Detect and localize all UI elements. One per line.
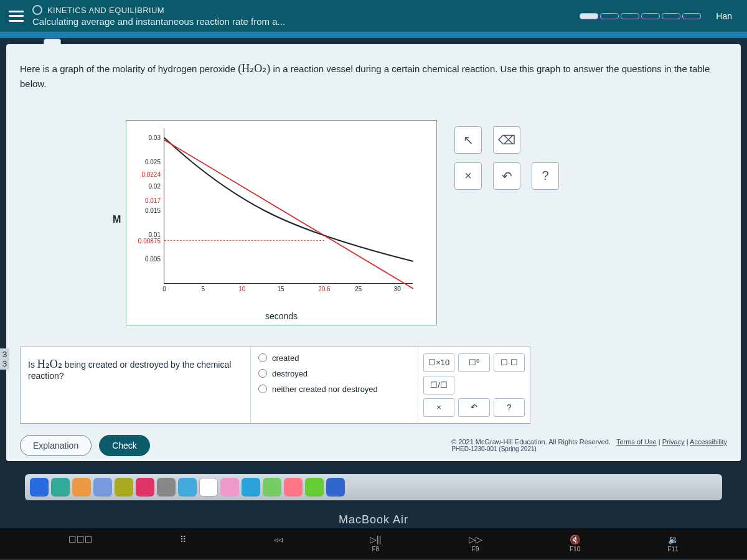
option-destroyed[interactable]: destroyed (258, 369, 410, 378)
math-keypad: ☐×10 ☐⁰ ☐·☐ ☐/☐ × ↶ ? (418, 347, 530, 423)
fn-key-mute[interactable]: 🔇F10 (570, 534, 580, 553)
x-tick: 0 (162, 283, 166, 292)
content-panel: Here is a graph of the molarity of hydro… (6, 44, 741, 461)
app-header: KINETICS AND EQUILIBRIUM Calculating ave… (0, 0, 747, 32)
chart-curves (164, 128, 413, 284)
dock-app-icon[interactable] (178, 478, 197, 497)
dock-app-icon[interactable] (93, 478, 112, 497)
y-axis-label: M (113, 214, 121, 225)
dock-app-icon[interactable] (326, 478, 345, 497)
playpause-icon: ▷|| (370, 534, 381, 544)
x-tick: 20.6 (318, 283, 330, 292)
radio-neither[interactable] (258, 385, 267, 393)
prompt-text: Here is a graph of the molarity of hydro… (20, 60, 727, 91)
close-icon: × (464, 169, 472, 183)
rewind-icon: ◃◃ (274, 534, 283, 544)
link-accessibility[interactable]: Accessibility (690, 438, 727, 446)
option-created[interactable]: created (258, 353, 410, 363)
y-tick: 0.015 (145, 207, 164, 213)
svg-line-0 (164, 140, 413, 289)
x-tick: 30 (394, 283, 401, 292)
formula-h2o2: (H₂O₂) (238, 62, 270, 75)
dock-app-icon[interactable] (72, 478, 91, 497)
pointer-icon: ↖ (463, 133, 474, 147)
link-privacy[interactable]: Privacy (662, 438, 685, 446)
fn-key-forward[interactable]: ▷▷F9 (469, 534, 482, 553)
check-button[interactable]: Check (99, 435, 150, 456)
concentration-graph[interactable]: M seconds 0.005 0.00875 0.01 0.015 0.017… (126, 120, 437, 325)
fn-key-spotlight[interactable]: ⠿ (180, 534, 186, 553)
launchpad-icon: ⠿ (180, 534, 186, 544)
graph-toolbar: ↖ ⌫ × ↶ ? (454, 120, 559, 190)
key-fraction[interactable]: ☐/☐ (423, 376, 454, 394)
y-tick: 0.017 (145, 197, 164, 204)
question-card: Is H₂O₂ being created or destroyed by th… (20, 347, 530, 424)
y-tick: 0.00875 (138, 237, 164, 244)
undo-icon: ↶ (502, 169, 512, 184)
fn-key-rewind[interactable]: ◃◃ (274, 534, 283, 553)
mission-control-icon: ☐☐☐ (68, 534, 93, 544)
explanation-button[interactable]: Explanation (20, 435, 92, 456)
dock-app-icon[interactable] (199, 478, 218, 497)
key-dot[interactable]: ☐·☐ (494, 353, 525, 372)
x-tick: 5 (201, 283, 205, 292)
dock-app-icon[interactable] (136, 478, 154, 497)
progress-segments (580, 13, 701, 19)
y-tick: 0.005 (145, 255, 164, 262)
x-axis-label: seconds (265, 311, 298, 321)
dock-app-icon[interactable] (157, 478, 176, 497)
erase-tool-button[interactable]: ⌫ (493, 126, 520, 154)
laptop-model-label: MacBook Air (0, 513, 747, 526)
section-name: KINETICS AND EQUILIBRIUM (32, 5, 571, 15)
x-tick: 10 (238, 283, 245, 292)
dock-app-icon[interactable] (30, 478, 49, 497)
dock-app-icon[interactable] (51, 478, 70, 497)
dock-app-icon[interactable] (242, 478, 260, 497)
y-tick: 0.0224 (141, 171, 164, 178)
key-undo[interactable]: ↶ (458, 398, 489, 417)
fn-key-playpause[interactable]: ▷||F8 (370, 534, 381, 553)
dock-app-icon[interactable] (220, 478, 239, 497)
y-tick: 0.03 (149, 134, 164, 141)
key-help[interactable]: ? (494, 398, 525, 417)
y-tick: 0.01 (149, 231, 164, 238)
course-code: PHED-1230-001 (Spring 2021) (451, 446, 727, 452)
answer-options: created destroyed neither created nor de… (251, 347, 418, 423)
page-margin-label: 3 3 (0, 348, 9, 370)
select-tool-button[interactable]: ↖ (454, 126, 482, 154)
volume-down-icon: 🔉 (668, 534, 679, 544)
help-icon: ? (542, 169, 548, 183)
dock-app-icon[interactable] (263, 478, 281, 497)
x-tick: 25 (355, 283, 362, 292)
key-clear[interactable]: × (423, 398, 454, 417)
key-sci-notation[interactable]: ☐×10 (423, 353, 454, 372)
undo-button[interactable]: ↶ (493, 162, 520, 190)
help-button[interactable]: ? (532, 162, 559, 190)
link-terms[interactable]: Terms of Use (616, 438, 657, 446)
macos-dock[interactable] (25, 474, 722, 500)
copyright-text: © 2021 McGraw-Hill Education. All Rights… (451, 438, 727, 452)
fn-key-mission[interactable]: ☐☐☐ (68, 534, 93, 553)
footer-bar: Explanation Check © 2021 McGraw-Hill Edu… (20, 435, 727, 456)
key-super[interactable]: ☐⁰ (458, 353, 489, 372)
dock-app-icon[interactable] (115, 478, 133, 497)
fn-key-voldown[interactable]: 🔉F11 (668, 534, 679, 553)
erase-icon: ⌫ (498, 133, 515, 147)
y-tick: 0.025 (145, 159, 164, 166)
mute-icon: 🔇 (570, 534, 580, 544)
dock-app-icon[interactable] (305, 478, 324, 497)
keyboard-fn-row: ☐☐☐ ⠿ ◃◃ ▷||F8 ▷▷F9 🔇F10 🔉F11 (0, 528, 747, 559)
plot-area: 0.005 0.00875 0.01 0.015 0.017 0.02 0.02… (164, 128, 413, 284)
dock-app-icon[interactable] (284, 478, 303, 497)
x-tick: 15 (278, 283, 284, 292)
question-stem: Is H₂O₂ being created or destroyed by th… (21, 347, 251, 423)
radio-destroyed[interactable] (258, 369, 267, 378)
forward-icon: ▷▷ (469, 534, 482, 544)
assignment-title: Calculating average and instantaneous re… (32, 16, 571, 27)
radio-created[interactable] (258, 353, 267, 362)
menu-icon[interactable] (9, 11, 24, 22)
user-name-chip[interactable]: Han (710, 11, 738, 21)
y-tick: 0.02 (149, 182, 164, 189)
option-neither[interactable]: neither created nor destroyed (258, 385, 410, 394)
reset-button[interactable]: × (454, 162, 482, 190)
